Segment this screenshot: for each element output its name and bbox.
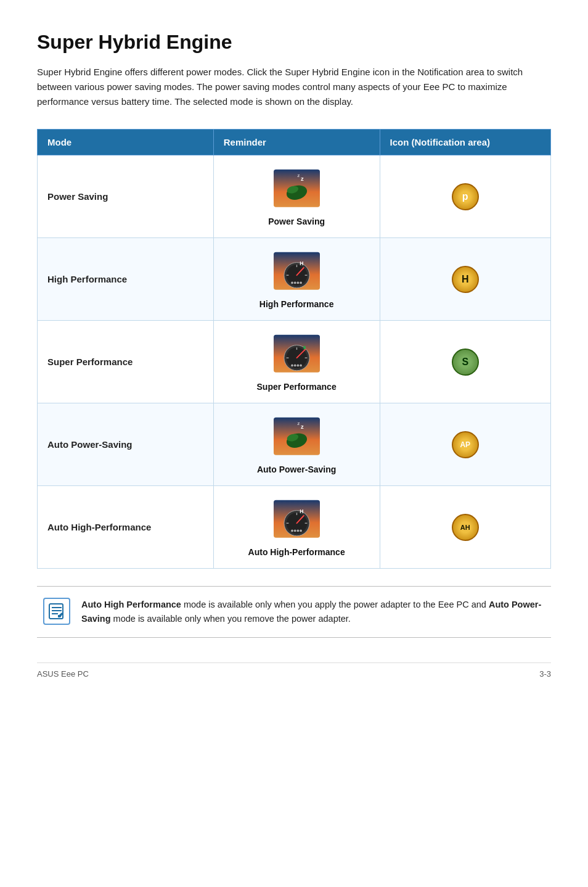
reminder-image: H High Performance [259, 249, 334, 309]
note-box: Auto High Performance mode is available … [37, 586, 551, 638]
mode-name-cell: Auto High-Performance [38, 486, 214, 569]
svg-text:H: H [300, 260, 303, 266]
svg-point-14 [293, 282, 296, 284]
svg-text:z: z [301, 176, 304, 182]
notif-icon: S [452, 349, 479, 376]
note-icon [43, 598, 70, 625]
table-row: Auto Power-Saving z z Auto Power-Saving … [38, 403, 551, 486]
reminder-label: High Performance [259, 299, 334, 309]
footer: ASUS Eee PC 3-3 [37, 662, 551, 679]
reminder-image: z z Power Saving [268, 167, 325, 226]
mode-table: Mode Reminder Icon (Notification area) P… [37, 129, 551, 569]
svg-point-45 [300, 530, 302, 532]
table-row: Super Performance s Super Performance S [38, 321, 551, 403]
reminder-label: Super Performance [257, 382, 337, 392]
svg-point-16 [300, 282, 302, 284]
intro-paragraph: Super Hybrid Engine offers different pow… [37, 65, 551, 109]
mode-name-cell: Super Performance [38, 321, 214, 403]
note-text: Auto High Performance mode is available … [81, 598, 545, 626]
svg-point-27 [296, 365, 299, 367]
reminder-cell: s Super Performance [213, 321, 380, 403]
svg-point-26 [293, 365, 296, 367]
reminder-cell: z z Auto Power-Saving [213, 403, 380, 486]
notif-icon-cell: AP [380, 403, 550, 486]
notif-icon: AH [452, 514, 479, 541]
svg-text:s: s [303, 344, 306, 350]
col-header-reminder: Reminder [213, 130, 380, 155]
svg-point-44 [296, 530, 299, 532]
reminder-label: Auto High-Performance [248, 547, 345, 557]
reminder-label: Power Saving [268, 217, 325, 226]
svg-point-42 [291, 530, 293, 532]
table-row: Power Saving z z Power Saving p [38, 155, 551, 238]
footer-right: 3-3 [539, 669, 551, 679]
notif-icon: AP [452, 431, 479, 458]
svg-point-43 [293, 530, 296, 532]
notif-icon-cell: H [380, 238, 550, 321]
notif-icon-cell: S [380, 321, 550, 403]
table-row: High Performance H High Performance H [38, 238, 551, 321]
mode-name: Auto High-Performance [47, 522, 151, 532]
mode-name-cell: Power Saving [38, 155, 214, 238]
svg-text:z: z [301, 424, 304, 430]
notif-icon-cell: p [380, 155, 550, 238]
mode-name: Power Saving [47, 191, 108, 202]
svg-point-28 [300, 365, 302, 367]
reminder-image: s Super Performance [257, 332, 337, 392]
notif-icon: p [452, 183, 479, 210]
reminder-image: z z Auto Power-Saving [257, 415, 336, 474]
notif-icon-cell: AH [380, 486, 550, 569]
svg-text:H: H [300, 508, 303, 514]
page-title: Super Hybrid Engine [37, 31, 551, 54]
mode-name: Super Performance [47, 357, 133, 367]
svg-point-13 [291, 282, 293, 284]
mode-name-cell: High Performance [38, 238, 214, 321]
mode-name: High Performance [47, 274, 127, 284]
reminder-image: H Auto High-Performance [248, 497, 345, 557]
svg-text:z: z [297, 421, 300, 426]
reminder-cell: H Auto High-Performance [213, 486, 380, 569]
svg-point-25 [291, 365, 293, 367]
col-header-icon: Icon (Notification area) [380, 130, 550, 155]
svg-text:z: z [297, 173, 300, 178]
mode-name: Auto Power-Saving [47, 439, 133, 450]
footer-left: ASUS Eee PC [37, 669, 89, 679]
reminder-label: Auto Power-Saving [257, 464, 336, 474]
reminder-cell: H High Performance [213, 238, 380, 321]
notif-icon: H [452, 266, 479, 293]
mode-name-cell: Auto Power-Saving [38, 403, 214, 486]
svg-point-15 [296, 282, 299, 284]
reminder-cell: z z Power Saving [213, 155, 380, 238]
table-row: Auto High-Performance H Auto High-Perfor… [38, 486, 551, 569]
col-header-mode: Mode [38, 130, 214, 155]
